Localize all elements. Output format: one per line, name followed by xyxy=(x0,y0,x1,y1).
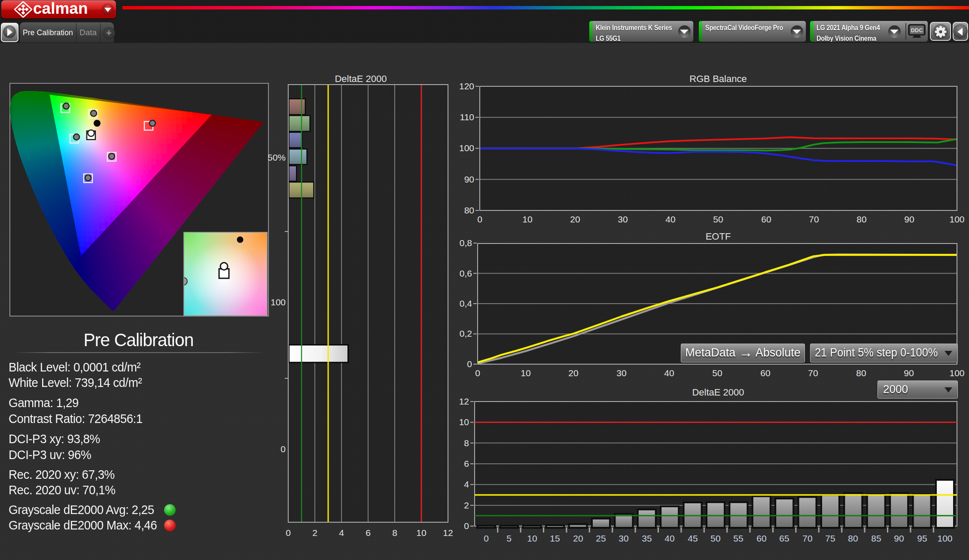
svg-text:40: 40 xyxy=(665,214,675,224)
svg-text:90: 90 xyxy=(904,368,914,378)
svg-text:60: 60 xyxy=(761,214,771,224)
svg-text:80: 80 xyxy=(856,368,866,378)
svg-text:4: 4 xyxy=(464,479,469,489)
svg-text:4: 4 xyxy=(339,528,344,538)
svg-text:100: 100 xyxy=(949,368,964,378)
svg-text:40: 40 xyxy=(664,368,674,378)
svg-text:15: 15 xyxy=(550,533,560,543)
svg-text:70: 70 xyxy=(808,368,818,378)
svg-text:50%: 50% xyxy=(268,152,286,162)
svg-text:DeltaE 2000: DeltaE 2000 xyxy=(335,73,387,84)
svg-text:10: 10 xyxy=(416,528,426,538)
svg-text:RGB Balance: RGB Balance xyxy=(689,73,747,84)
svg-text:8: 8 xyxy=(464,438,469,448)
svg-text:6: 6 xyxy=(464,459,469,469)
svg-text:120: 120 xyxy=(459,81,474,91)
svg-text:0: 0 xyxy=(475,368,480,378)
svg-text:30: 30 xyxy=(616,368,626,378)
svg-text:50: 50 xyxy=(710,533,720,543)
svg-text:80: 80 xyxy=(848,533,858,543)
svg-text:0,4: 0,4 xyxy=(460,298,472,308)
svg-text:12: 12 xyxy=(459,396,469,406)
svg-text:0,2: 0,2 xyxy=(460,329,472,338)
svg-text:100: 100 xyxy=(459,143,474,153)
svg-text:0,6: 0,6 xyxy=(460,268,472,278)
svg-text:30: 30 xyxy=(618,214,628,224)
svg-text:50: 50 xyxy=(713,214,723,224)
svg-text:10: 10 xyxy=(459,417,469,427)
svg-text:10: 10 xyxy=(521,368,530,378)
svg-text:85: 85 xyxy=(871,533,881,543)
svg-text:45: 45 xyxy=(688,533,698,543)
svg-text:90: 90 xyxy=(894,533,904,543)
svg-text:0: 0 xyxy=(464,521,469,531)
svg-text:2: 2 xyxy=(464,500,469,510)
svg-text:0: 0 xyxy=(477,214,482,224)
svg-text:EOTF: EOTF xyxy=(706,231,731,242)
svg-text:80: 80 xyxy=(856,214,866,224)
svg-text:8: 8 xyxy=(392,528,397,538)
svg-text:100: 100 xyxy=(949,214,964,224)
svg-text:12: 12 xyxy=(443,528,453,538)
svg-text:60: 60 xyxy=(756,533,766,543)
svg-text:110: 110 xyxy=(460,112,474,122)
svg-text:0: 0 xyxy=(286,528,291,538)
svg-text:0,8: 0,8 xyxy=(460,238,472,248)
svg-text:100: 100 xyxy=(937,533,952,543)
svg-text:0: 0 xyxy=(280,444,286,454)
svg-text:0: 0 xyxy=(467,359,472,369)
svg-text:30: 30 xyxy=(619,533,628,543)
svg-text:2: 2 xyxy=(312,528,317,538)
svg-text:90: 90 xyxy=(904,214,914,224)
svg-text:10: 10 xyxy=(527,533,537,543)
svg-text:40: 40 xyxy=(664,533,674,543)
svg-text:65: 65 xyxy=(779,533,789,543)
svg-text:100: 100 xyxy=(271,297,286,307)
svg-text:20: 20 xyxy=(570,214,580,224)
svg-text:20: 20 xyxy=(573,533,583,543)
svg-text:20: 20 xyxy=(568,368,578,378)
svg-text:70: 70 xyxy=(802,533,812,543)
svg-text:DDC: DDC xyxy=(911,27,923,33)
svg-text:95: 95 xyxy=(917,533,927,543)
svg-text:75: 75 xyxy=(825,533,835,543)
svg-text:10: 10 xyxy=(522,214,532,224)
svg-text:90: 90 xyxy=(464,174,474,184)
svg-text:55: 55 xyxy=(733,533,743,543)
svg-text:6: 6 xyxy=(366,528,371,538)
svg-text:70: 70 xyxy=(809,214,819,224)
svg-text:0: 0 xyxy=(484,533,489,543)
svg-text:80: 80 xyxy=(464,205,474,215)
svg-text:50: 50 xyxy=(712,368,722,378)
svg-text:60: 60 xyxy=(760,368,770,378)
svg-text:DeltaE 2000: DeltaE 2000 xyxy=(692,387,744,398)
svg-text:35: 35 xyxy=(642,533,652,543)
svg-text:5: 5 xyxy=(506,533,512,543)
svg-text:25: 25 xyxy=(596,533,606,543)
